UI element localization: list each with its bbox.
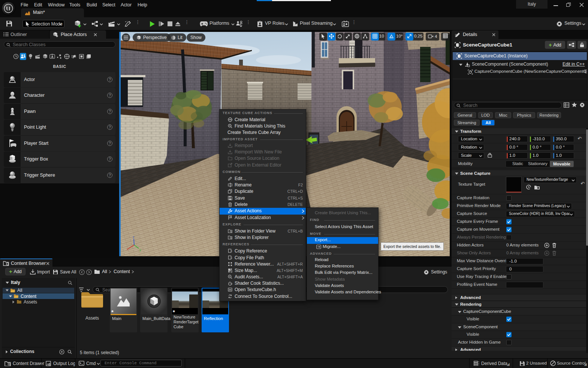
svg-text:z: z (133, 235, 135, 239)
svg-text:x: x (127, 247, 129, 251)
svg-text:y: y (139, 248, 141, 252)
